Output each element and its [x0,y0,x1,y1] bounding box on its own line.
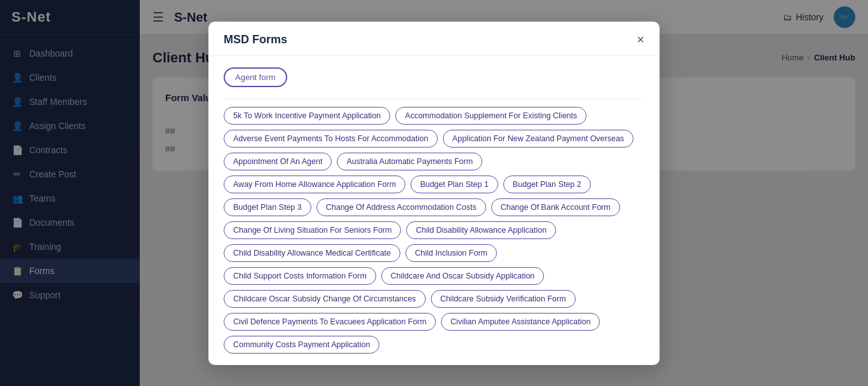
form-tag-0[interactable]: 5k To Work Incentive Payment Application [224,107,390,125]
form-tag-21[interactable]: Civilian Amputee Assistance Application [441,313,600,331]
form-tag-18[interactable]: Childcare Oscar Subsidy Change Of Circum… [224,290,426,308]
form-tag-1[interactable]: Accommodation Supplement For Existing Cl… [395,107,587,125]
form-tag-4[interactable]: Appointment Of An Agent [224,153,332,170]
modal-body: Agent form 5k To Work Incentive Payment … [208,56,660,365]
form-tag-2[interactable]: Adverse Event Payments To Hosts For Acco… [224,130,438,148]
form-tag-7[interactable]: Budget Plan Step 1 [410,176,498,193]
modal-header: MSD Forms × [208,22,660,56]
form-tag-17[interactable]: Childcare And Oscar Subsidy Application [381,267,545,285]
agent-form-tag[interactable]: Agent form [224,67,287,87]
form-tag-15[interactable]: Child Inclusion Form [405,244,497,262]
msd-forms-modal: MSD Forms × Agent form 5k To Work Incent… [208,22,660,365]
modal-title: MSD Forms [224,33,287,46]
modal-divider [224,99,644,99]
form-tag-12[interactable]: Change Of Living Situation For Seniors F… [224,221,401,239]
form-tag-3[interactable]: Application For New Zealand Payment Over… [443,130,634,148]
form-tag-19[interactable]: Childcare Subsidy Verification Form [431,290,576,308]
modal-overlay[interactable]: MSD Forms × Agent form 5k To Work Incent… [0,0,868,386]
form-tag-8[interactable]: Budget Plan Step 2 [503,176,591,193]
modal-close-button[interactable]: × [637,33,644,46]
form-tag-13[interactable]: Child Disability Allowance Application [406,221,556,239]
form-tag-14[interactable]: Child Disability Allowance Medical Certi… [224,244,400,262]
form-tag-10[interactable]: Change Of Address Accommodation Costs [316,198,486,216]
form-tag-5[interactable]: Australia Automatic Payments Form [337,153,482,170]
forms-grid: 5k To Work Incentive Payment Application… [224,107,644,354]
form-tag-20[interactable]: Civil Defence Payments To Evacuees Appli… [224,313,436,331]
form-tag-22[interactable]: Community Costs Payment Application [224,336,379,354]
agent-form-section: Agent form [224,67,644,87]
form-tag-11[interactable]: Change Of Bank Account Form [491,198,620,216]
form-tag-9[interactable]: Budget Plan Step 3 [224,198,311,216]
form-tag-16[interactable]: Child Support Costs Information Form [224,267,376,285]
form-tag-6[interactable]: Away From Home Allowance Application For… [224,176,405,193]
